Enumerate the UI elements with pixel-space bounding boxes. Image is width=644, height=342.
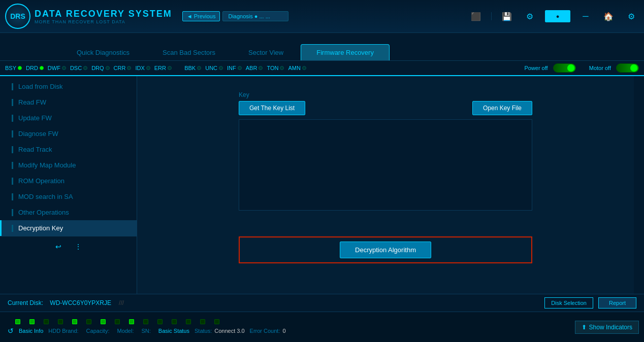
- gear-icon-btn[interactable]: ⚙: [522, 9, 537, 24]
- indicator-inf: INF: [227, 65, 242, 71]
- indicator-unc: UNC: [205, 65, 223, 71]
- indicator-dsc: DSC: [70, 65, 87, 71]
- chevron-up-icon: ⬆: [582, 324, 587, 331]
- key-textarea[interactable]: [239, 119, 532, 211]
- indicator-drd: DRD: [26, 65, 44, 71]
- footer-loop-icon: ↺: [8, 327, 14, 335]
- logo-icon: DRS: [5, 4, 30, 29]
- decryption-btn-container: Decryption Algorithm: [239, 236, 532, 263]
- sidebar: Load from Disk Read FW Update FW Diagnos…: [0, 76, 137, 294]
- status-value: Connect 3.0: [214, 328, 244, 334]
- model-label: Model:: [117, 328, 134, 334]
- capacity-label: Capacity:: [86, 328, 110, 334]
- indicator-idx: IDX: [135, 65, 150, 71]
- status-label: Status:: [195, 328, 212, 334]
- footer-dot-14: [214, 319, 219, 324]
- right-scrollbar: [634, 76, 644, 294]
- sidebar-bottom: ↩ ⋮: [0, 236, 137, 257]
- settings-btn[interactable]: ⚙: [624, 9, 639, 24]
- indicator-dwf: DWF: [48, 65, 66, 71]
- toggle-group: Power off Motor off: [524, 63, 639, 73]
- open-key-file-btn[interactable]: Open Key File: [472, 101, 532, 115]
- footer-hdd-brand: HDD Brand:: [48, 328, 81, 334]
- unc-dot: [219, 66, 223, 70]
- drq-dot: [106, 66, 110, 70]
- disk-selection-btn[interactable]: Disk Selection: [544, 297, 593, 309]
- sidebar-item-other-operations[interactable]: Other Operations: [0, 204, 137, 220]
- footer-dot-11: [172, 319, 177, 324]
- content-area: Key Get The Key List Open Key File Decry…: [137, 76, 634, 294]
- footer-basic-status: Basic Status: [158, 328, 189, 334]
- sidebar-item-decryption-key[interactable]: Decryption Key: [0, 220, 137, 236]
- main-content: Load from Disk Read FW Update FW Diagnos…: [0, 76, 644, 294]
- logo-area: DRS DATA RECOVERY SYSTEM MORE THAN RECOV…: [5, 4, 172, 29]
- footer-dot-7: [115, 319, 120, 324]
- back-btn[interactable]: ↩: [52, 241, 65, 253]
- sidebar-extra-btn[interactable]: ⋮: [72, 241, 84, 253]
- sidebar-item-load-from-disk[interactable]: Load from Disk: [0, 79, 137, 94]
- footer-dot-2: [44, 319, 49, 324]
- footer-dots-row: [5, 319, 639, 324]
- report-btn[interactable]: Report: [598, 297, 636, 309]
- nav-breadcrumb: ◄ Previous Diagnosis ● ... ...: [182, 11, 289, 21]
- tab-quick-diagnostics[interactable]: Quick Diagnostics: [61, 44, 145, 60]
- footer-dot-9: [143, 319, 148, 324]
- footer-dot-3: [58, 319, 63, 324]
- sidebar-item-update-fw[interactable]: Update FW: [0, 110, 137, 126]
- indicator-amn: AMN: [288, 65, 306, 71]
- divider: [491, 12, 492, 20]
- hdd-brand-label: HDD Brand:: [48, 328, 78, 334]
- footer-dot-13: [200, 319, 205, 324]
- sidebar-item-diagnose-fw[interactable]: Diagnose FW: [0, 126, 137, 142]
- minimize-btn[interactable]: ─: [578, 9, 593, 24]
- nav-path: Diagnosis ● ... ...: [222, 11, 288, 21]
- error-count-label: Error Count:: [250, 328, 280, 334]
- tab-scan-bad-sectors[interactable]: Scan Bad Sectors: [147, 44, 231, 60]
- sidebar-item-rom-operation[interactable]: ROM Operation: [0, 173, 137, 189]
- show-indicators-btn[interactable]: ⬆ Show Indicators: [575, 321, 639, 334]
- loop-icon: ↺: [8, 327, 14, 335]
- bottom-status: Current Disk: WD-WCC6Y0YPXRJE /// Disk S…: [0, 294, 644, 312]
- footer-dot-10: [157, 319, 163, 324]
- err-dot: [168, 66, 172, 70]
- get-key-list-btn[interactable]: Get The Key List: [239, 101, 305, 115]
- footer: ↺ Basic Info HDD Brand: Capacity: Model:…: [0, 312, 644, 342]
- basic-info-label: Basic Info: [19, 328, 43, 334]
- key-section: Key Get The Key List Open Key File: [239, 91, 532, 213]
- active-btn[interactable]: ●: [545, 10, 570, 22]
- abr-dot: [259, 66, 263, 70]
- sidebar-item-read-track[interactable]: Read Track: [0, 142, 137, 157]
- tabs-container: Quick Diagnostics Scan Bad Sectors Secto…: [0, 33, 644, 61]
- decryption-algorithm-btn[interactable]: Decryption Algorithm: [340, 242, 431, 258]
- power-toggle[interactable]: [553, 63, 576, 73]
- footer-capacity: Capacity:: [86, 328, 112, 334]
- footer-dot-12: [186, 319, 191, 324]
- app-subtitle: MORE THAN RECOVER LOST DATA: [35, 19, 172, 24]
- prev-button[interactable]: ◄ Previous: [182, 11, 220, 21]
- motor-toggle[interactable]: [616, 63, 639, 73]
- error-count-value: 0: [282, 328, 285, 334]
- key-buttons-row: Get The Key List Open Key File: [239, 101, 532, 115]
- power-toggle-knob: [567, 64, 574, 72]
- key-label: Key: [239, 91, 532, 98]
- hdd-icon-btn[interactable]: 💾: [499, 9, 514, 24]
- footer-basic-info: Basic Info: [19, 328, 43, 334]
- sidebar-item-read-fw[interactable]: Read FW: [0, 94, 137, 110]
- footer-error-count: Error Count: 0: [250, 328, 286, 334]
- tab-sector-view[interactable]: Sector View: [233, 44, 299, 60]
- sidebar-item-mod-search-in-sa[interactable]: MOD search in SA: [0, 189, 137, 204]
- home-btn[interactable]: 🏠: [601, 9, 616, 24]
- tab-firmware-recovery[interactable]: Firmware Recovery: [301, 44, 390, 60]
- footer-status: Status: Connect 3.0: [195, 328, 245, 334]
- dsc-dot: [83, 66, 87, 70]
- indicator-drq: DRQ: [91, 65, 109, 71]
- indicator-crr: CRR: [114, 65, 132, 71]
- footer-dot-0: [15, 319, 20, 324]
- sidebar-item-modify-map-module[interactable]: Modify Map Module: [0, 157, 137, 173]
- footer-bottom: ↺ Basic Info HDD Brand: Capacity: Model:…: [5, 319, 639, 335]
- basic-status-label: Basic Status: [158, 328, 189, 334]
- footer-dot-5: [86, 319, 91, 324]
- monitor-icon-btn[interactable]: ⬛: [468, 9, 484, 24]
- footer-dot-6: [101, 319, 106, 324]
- footer-model: Model:: [117, 328, 136, 334]
